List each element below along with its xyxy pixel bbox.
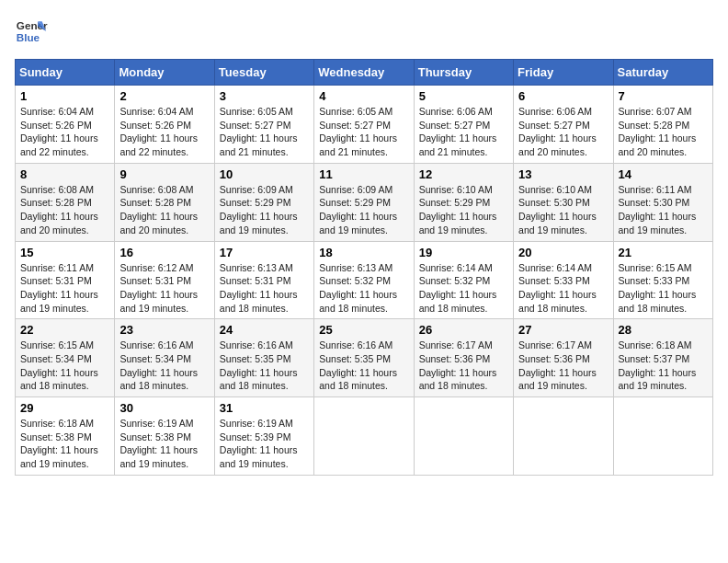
day-detail: Sunrise: 6:15 AMSunset: 5:34 PMDaylight:… (20, 339, 98, 391)
day-detail: Sunrise: 6:19 AMSunset: 5:38 PMDaylight:… (119, 418, 198, 469)
day-detail: Sunrise: 6:13 AMSunset: 5:31 PMDaylight:… (220, 262, 298, 314)
calendar-cell: 22 Sunrise: 6:15 AMSunset: 5:34 PMDaylig… (16, 319, 115, 397)
day-detail: Sunrise: 6:16 AMSunset: 5:35 PMDaylight:… (319, 339, 397, 391)
day-number: 15 (20, 246, 109, 259)
day-detail: Sunrise: 6:18 AMSunset: 5:38 PMDaylight:… (20, 418, 98, 469)
day-number: 9 (119, 167, 209, 181)
calendar-cell: 26 Sunrise: 6:17 AMSunset: 5:36 PMDaylig… (414, 319, 513, 397)
weekday-header-sunday: Sunday (16, 60, 115, 86)
calendar-cell: 28 Sunrise: 6:18 AMSunset: 5:37 PMDaylig… (613, 319, 712, 397)
day-detail: Sunrise: 6:05 AMSunset: 5:27 PMDaylight:… (319, 106, 397, 157)
day-number: 26 (419, 323, 508, 337)
day-number: 20 (518, 246, 608, 259)
calendar-cell: 29 Sunrise: 6:18 AMSunset: 5:38 PMDaylig… (16, 397, 115, 476)
day-number: 29 (20, 401, 109, 415)
calendar-cell: 4 Sunrise: 6:05 AMSunset: 5:27 PMDayligh… (314, 86, 414, 164)
day-detail: Sunrise: 6:06 AMSunset: 5:27 PMDaylight:… (518, 106, 597, 157)
day-number: 16 (119, 246, 209, 259)
day-detail: Sunrise: 6:16 AMSunset: 5:34 PMDaylight:… (119, 339, 198, 391)
day-number: 28 (619, 323, 708, 337)
calendar-week-3: 15 Sunrise: 6:11 AMSunset: 5:31 PMDaylig… (16, 241, 713, 319)
weekday-header-thursday: Thursday (414, 60, 513, 86)
day-detail: Sunrise: 6:05 AMSunset: 5:27 PMDaylight:… (220, 106, 298, 157)
calendar-cell: 23 Sunrise: 6:16 AMSunset: 5:34 PMDaylig… (115, 319, 214, 397)
day-number: 24 (220, 323, 309, 337)
day-number: 21 (619, 246, 708, 259)
calendar-cell: 8 Sunrise: 6:08 AMSunset: 5:28 PMDayligh… (16, 163, 115, 241)
day-number: 11 (319, 167, 408, 181)
day-detail: Sunrise: 6:19 AMSunset: 5:39 PMDaylight:… (220, 418, 298, 469)
calendar-cell: 5 Sunrise: 6:06 AMSunset: 5:27 PMDayligh… (414, 86, 513, 164)
calendar-cell: 21 Sunrise: 6:15 AMSunset: 5:33 PMDaylig… (613, 241, 712, 319)
day-detail: Sunrise: 6:08 AMSunset: 5:28 PMDaylight:… (20, 184, 98, 236)
day-detail: Sunrise: 6:17 AMSunset: 5:36 PMDaylight:… (419, 339, 497, 391)
day-detail: Sunrise: 6:10 AMSunset: 5:30 PMDaylight:… (518, 184, 597, 236)
calendar-cell: 10 Sunrise: 6:09 AMSunset: 5:29 PMDaylig… (214, 163, 313, 241)
calendar-week-5: 29 Sunrise: 6:18 AMSunset: 5:38 PMDaylig… (16, 397, 713, 476)
day-number: 2 (119, 89, 209, 103)
day-detail: Sunrise: 6:09 AMSunset: 5:29 PMDaylight:… (319, 184, 397, 236)
calendar-cell: 30 Sunrise: 6:19 AMSunset: 5:38 PMDaylig… (115, 397, 214, 476)
day-number: 12 (419, 167, 508, 181)
day-number: 4 (319, 89, 408, 103)
day-number: 5 (419, 89, 508, 103)
calendar-cell: 31 Sunrise: 6:19 AMSunset: 5:39 PMDaylig… (214, 397, 313, 476)
day-detail: Sunrise: 6:17 AMSunset: 5:36 PMDaylight:… (518, 339, 597, 391)
day-number: 30 (119, 401, 209, 415)
calendar-cell: 11 Sunrise: 6:09 AMSunset: 5:29 PMDaylig… (314, 163, 414, 241)
calendar-cell: 12 Sunrise: 6:10 AMSunset: 5:29 PMDaylig… (414, 163, 513, 241)
day-number: 23 (119, 323, 209, 337)
day-detail: Sunrise: 6:16 AMSunset: 5:35 PMDaylight:… (220, 339, 298, 391)
day-detail: Sunrise: 6:04 AMSunset: 5:26 PMDaylight:… (20, 106, 98, 157)
day-number: 1 (20, 89, 109, 103)
day-number: 27 (518, 323, 608, 337)
day-detail: Sunrise: 6:06 AMSunset: 5:27 PMDaylight:… (419, 106, 497, 157)
calendar-cell: 18 Sunrise: 6:13 AMSunset: 5:32 PMDaylig… (314, 241, 414, 319)
calendar-cell: 27 Sunrise: 6:17 AMSunset: 5:36 PMDaylig… (514, 319, 613, 397)
day-number: 18 (319, 246, 408, 259)
calendar-cell: 14 Sunrise: 6:11 AMSunset: 5:30 PMDaylig… (613, 163, 712, 241)
day-number: 13 (518, 167, 608, 181)
day-detail: Sunrise: 6:14 AMSunset: 5:32 PMDaylight:… (419, 262, 497, 314)
calendar-cell: 2 Sunrise: 6:04 AMSunset: 5:26 PMDayligh… (115, 86, 214, 164)
calendar-cell: 24 Sunrise: 6:16 AMSunset: 5:35 PMDaylig… (214, 319, 313, 397)
weekday-header-wednesday: Wednesday (314, 60, 414, 86)
calendar-table: SundayMondayTuesdayWednesdayThursdayFrid… (15, 59, 713, 476)
day-detail: Sunrise: 6:10 AMSunset: 5:29 PMDaylight:… (419, 184, 497, 236)
day-number: 10 (220, 167, 309, 181)
weekday-header-saturday: Saturday (613, 60, 712, 86)
day-detail: Sunrise: 6:15 AMSunset: 5:33 PMDaylight:… (619, 262, 697, 314)
calendar-cell: 16 Sunrise: 6:12 AMSunset: 5:31 PMDaylig… (115, 241, 214, 319)
day-detail: Sunrise: 6:04 AMSunset: 5:26 PMDaylight:… (119, 106, 198, 157)
calendar-week-2: 8 Sunrise: 6:08 AMSunset: 5:28 PMDayligh… (16, 163, 713, 241)
logo-icon: General Blue (15, 15, 48, 48)
calendar-cell: 1 Sunrise: 6:04 AMSunset: 5:26 PMDayligh… (16, 86, 115, 164)
weekday-header-friday: Friday (514, 60, 613, 86)
calendar-week-4: 22 Sunrise: 6:15 AMSunset: 5:34 PMDaylig… (16, 319, 713, 397)
day-detail: Sunrise: 6:09 AMSunset: 5:29 PMDaylight:… (220, 184, 298, 236)
day-number: 3 (220, 89, 309, 103)
day-number: 25 (319, 323, 408, 337)
day-detail: Sunrise: 6:18 AMSunset: 5:37 PMDaylight:… (619, 339, 697, 391)
day-detail: Sunrise: 6:07 AMSunset: 5:28 PMDaylight:… (619, 106, 697, 157)
svg-text:Blue: Blue (17, 31, 40, 43)
day-number: 17 (220, 246, 309, 259)
calendar-cell: 9 Sunrise: 6:08 AMSunset: 5:28 PMDayligh… (115, 163, 214, 241)
calendar-cell: 20 Sunrise: 6:14 AMSunset: 5:33 PMDaylig… (514, 241, 613, 319)
page-header: General Blue (15, 15, 713, 48)
calendar-cell: 17 Sunrise: 6:13 AMSunset: 5:31 PMDaylig… (214, 241, 313, 319)
day-detail: Sunrise: 6:08 AMSunset: 5:28 PMDaylight:… (119, 184, 198, 236)
day-detail: Sunrise: 6:14 AMSunset: 5:33 PMDaylight:… (518, 262, 597, 314)
calendar-cell: 3 Sunrise: 6:05 AMSunset: 5:27 PMDayligh… (214, 86, 313, 164)
day-detail: Sunrise: 6:11 AMSunset: 5:30 PMDaylight:… (619, 184, 697, 236)
day-detail: Sunrise: 6:13 AMSunset: 5:32 PMDaylight:… (319, 262, 397, 314)
calendar-cell: 7 Sunrise: 6:07 AMSunset: 5:28 PMDayligh… (613, 86, 712, 164)
calendar-cell (314, 397, 414, 476)
calendar-cell: 13 Sunrise: 6:10 AMSunset: 5:30 PMDaylig… (514, 163, 613, 241)
day-number: 19 (419, 246, 508, 259)
day-number: 8 (20, 167, 109, 181)
day-number: 7 (619, 89, 708, 103)
day-detail: Sunrise: 6:12 AMSunset: 5:31 PMDaylight:… (119, 262, 198, 314)
calendar-cell (514, 397, 613, 476)
calendar-cell (414, 397, 513, 476)
